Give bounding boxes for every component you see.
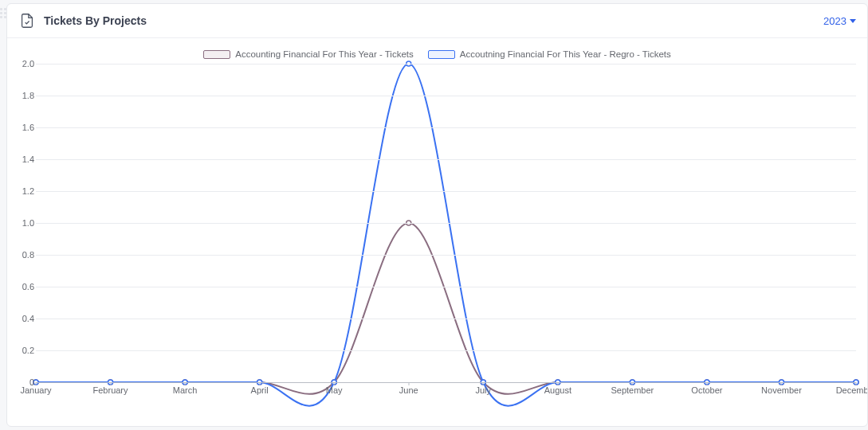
document-check-icon bbox=[17, 10, 37, 31]
grid-line bbox=[36, 382, 856, 383]
chevron-down-icon bbox=[850, 19, 856, 23]
x-tick-label: April bbox=[251, 385, 269, 395]
grid-line bbox=[36, 96, 856, 96]
card-title: Tickets By Projects bbox=[44, 14, 823, 27]
x-tick-label: March bbox=[173, 385, 198, 395]
legend-swatch-icon bbox=[203, 50, 230, 59]
y-tick-label: 0.8 bbox=[15, 250, 34, 260]
plot: 00.20.40.60.81.01.21.41.61.82.0JanuaryFe… bbox=[36, 64, 856, 382]
x-tick-label: May bbox=[326, 385, 343, 395]
x-tick-label: December bbox=[836, 385, 868, 395]
grid-line bbox=[36, 127, 856, 128]
y-tick-label: 0.4 bbox=[15, 314, 34, 323]
year-dropdown[interactable]: 2023 bbox=[823, 15, 856, 27]
legend-item-series-2[interactable]: Accoutning Financial For This Year - Reg… bbox=[428, 49, 671, 59]
x-tick-label: November bbox=[761, 385, 802, 395]
chart-area: Accounting Financial For This Year - Tic… bbox=[7, 38, 867, 424]
x-tick-label: June bbox=[399, 385, 418, 395]
grid-line bbox=[36, 223, 856, 224]
x-tick-label: January bbox=[20, 385, 51, 395]
grid-line bbox=[36, 64, 856, 64]
y-tick-label: 1.8 bbox=[15, 91, 34, 100]
card-header: Tickets By Projects 2023 bbox=[7, 4, 867, 38]
grid-line bbox=[36, 159, 856, 160]
y-tick-label: 1.6 bbox=[15, 123, 34, 132]
grid-line bbox=[36, 350, 856, 351]
legend: Accounting Financial For This Year - Tic… bbox=[15, 49, 859, 59]
legend-swatch-icon bbox=[428, 50, 455, 59]
year-dropdown-label: 2023 bbox=[823, 15, 846, 27]
grid-line bbox=[36, 191, 856, 192]
grid-line bbox=[36, 287, 856, 287]
y-tick-label: 0.2 bbox=[15, 346, 34, 355]
tickets-by-projects-card: Tickets By Projects 2023 Accounting Fina… bbox=[6, 3, 868, 427]
y-tick-label: 2.0 bbox=[15, 59, 34, 68]
x-tick-label: February bbox=[93, 385, 128, 395]
x-tick-label: September bbox=[611, 385, 654, 395]
y-tick-label: 1.0 bbox=[15, 218, 34, 228]
series-line-1 bbox=[36, 223, 856, 394]
legend-item-series-1[interactable]: Accounting Financial For This Year - Tic… bbox=[203, 49, 414, 59]
y-tick-label: 1.2 bbox=[15, 186, 34, 196]
grid-line bbox=[36, 319, 856, 319]
x-tick-label: August bbox=[544, 385, 571, 395]
y-tick-label: 1.4 bbox=[15, 154, 34, 164]
x-tick-label: October bbox=[691, 385, 722, 395]
y-tick-label: 0.6 bbox=[15, 282, 34, 291]
grid-line bbox=[36, 255, 856, 256]
x-tick-label: July bbox=[475, 385, 491, 395]
legend-label: Accounting Financial For This Year - Tic… bbox=[235, 49, 414, 59]
series-line-2 bbox=[36, 64, 856, 406]
legend-label: Accoutning Financial For This Year - Reg… bbox=[460, 49, 671, 59]
